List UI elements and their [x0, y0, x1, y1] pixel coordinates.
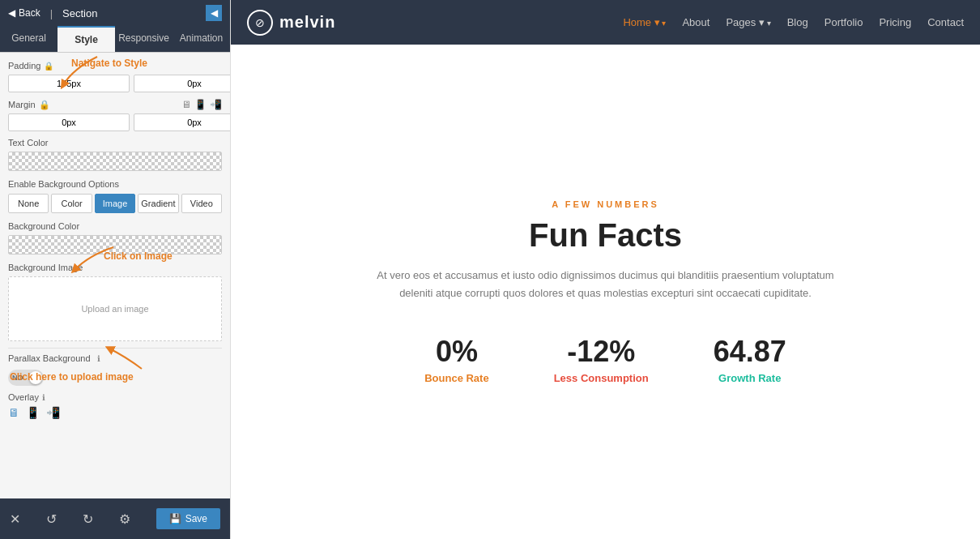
upload-area[interactable]: Upload an image	[8, 276, 222, 341]
desktop-icon[interactable]: 🖥	[181, 99, 191, 110]
bg-color-preview[interactable]	[8, 235, 222, 255]
nav-link-contact[interactable]: Contact	[927, 16, 964, 28]
back-button[interactable]: ◀ Back	[8, 7, 40, 19]
section-heading: Fun Facts	[529, 217, 682, 254]
stat-growth-rate: 64.87 Growth Rate	[714, 335, 786, 384]
mobile-icon[interactable]: 📲	[210, 99, 222, 110]
section-description: At vero eos et accusamus et iusto odio d…	[363, 267, 849, 302]
save-button[interactable]: 💾 Save	[156, 508, 220, 529]
bg-options-label: Enable Background Options	[8, 179, 222, 189]
close-icon[interactable]: ✕	[10, 511, 20, 527]
main-content: ⊘ melvin Home ▾ About Pages ▾ Blog Portf…	[231, 0, 980, 539]
overlay-label: Overlay ℹ	[8, 392, 222, 402]
parallax-row: Parallax Background ℹ	[8, 353, 222, 363]
tablet-device-icon[interactable]: 📱	[26, 406, 40, 419]
tab-general[interactable]: General	[0, 26, 58, 52]
save-label: Save	[185, 513, 207, 524]
section-subtitle: A FEW NUMBERS	[552, 199, 659, 209]
bg-none-button[interactable]: None	[8, 194, 49, 213]
margin-lock-icon: 🔒	[39, 100, 50, 110]
mobile-device-icon[interactable]: 📲	[46, 406, 60, 419]
parallax-toggle[interactable]: NO	[8, 370, 44, 386]
stat-value-2: 64.87	[714, 335, 786, 369]
save-disk-icon: 💾	[169, 513, 181, 524]
stat-value-1: -12%	[567, 335, 635, 369]
padding-inputs	[8, 75, 222, 92]
stat-bounce-rate: 0% Bounce Rate	[424, 335, 488, 384]
nav-logo: ⊘ melvin	[247, 10, 335, 36]
margin-inputs	[8, 113, 222, 131]
toggle-label: NO	[12, 374, 23, 382]
undo-icon[interactable]: ↺	[46, 511, 57, 527]
nav-links: Home ▾ About Pages ▾ Blog Portfolio Pric…	[623, 16, 964, 28]
page-section: A FEW NUMBERS Fun Facts At vero eos et a…	[231, 45, 980, 539]
bg-image-button[interactable]: Image	[95, 194, 135, 213]
nav-logo-icon: ⊘	[247, 10, 273, 36]
top-nav: ⊘ melvin Home ▾ About Pages ▾ Blog Portf…	[231, 0, 980, 45]
section-title: Section	[62, 7, 97, 19]
settings-icon[interactable]: ⚙	[119, 511, 130, 527]
back-label: Back	[19, 7, 40, 19]
tablet-icon[interactable]: 📱	[194, 99, 207, 110]
bg-gradient-button[interactable]: Gradient	[138, 194, 178, 213]
nav-link-portfolio[interactable]: Portfolio	[824, 16, 863, 28]
collapse-button[interactable]: ◀	[206, 5, 222, 21]
parallax-toggle-row: NO	[8, 370, 222, 386]
panel-body: Padding 🔒 Margin 🔒 🖥 📱 📲	[0, 53, 230, 498]
tab-animation[interactable]: Animation	[173, 26, 230, 52]
stat-label-0: Bounce Rate	[424, 372, 488, 384]
overlay-help-icon: ℹ	[42, 393, 45, 402]
text-color-preview[interactable]	[8, 152, 222, 171]
panel-toolbar: ✕ ↺ ↻ ⚙ 💾 Save	[0, 498, 230, 539]
bg-color-label: Background Color	[8, 221, 222, 231]
stats-row: 0% Bounce Rate -12% Less Consumption 64.…	[424, 335, 786, 384]
section-divider	[8, 348, 222, 349]
back-arrow-icon: ◀	[8, 7, 15, 19]
nav-logo-text: melvin	[279, 13, 335, 32]
stat-label-2: Growth Rate	[718, 372, 781, 384]
bg-color-button[interactable]: Color	[51, 194, 92, 213]
header-divider: |	[50, 7, 53, 19]
nav-link-home[interactable]: Home ▾	[623, 16, 666, 28]
redo-icon[interactable]: ↻	[83, 511, 93, 527]
text-color-label: Text Color	[8, 138, 222, 148]
tab-responsive[interactable]: Responsive	[115, 26, 173, 52]
upload-placeholder: Upload an image	[81, 304, 148, 314]
padding-right[interactable]	[134, 75, 230, 92]
stat-label-1: Less Consumption	[554, 372, 649, 384]
panel-tabs: General Style Responsive Animation	[0, 26, 230, 53]
nav-link-about[interactable]: About	[682, 16, 709, 28]
margin-top[interactable]	[8, 113, 130, 131]
bg-toggle-group: None Color Image Gradient Video	[8, 194, 222, 213]
panel-header: ◀ Back | Section ◀	[0, 0, 230, 26]
nav-link-pages[interactable]: Pages ▾	[726, 16, 770, 28]
lock-icon: 🔒	[44, 62, 53, 71]
stat-value-0: 0%	[436, 335, 478, 369]
bg-video-button[interactable]: Video	[181, 194, 222, 213]
margin-right[interactable]	[134, 113, 230, 131]
stat-less-consumption: -12% Less Consumption	[554, 335, 649, 384]
nav-link-blog[interactable]: Blog	[787, 16, 808, 28]
toggle-knob	[29, 371, 42, 384]
margin-row: Margin 🔒 🖥 📱 📲	[8, 99, 222, 110]
tab-style[interactable]: Style	[58, 26, 115, 52]
bg-image-label: Background Image	[8, 263, 222, 272]
parallax-help-icon: ℹ	[97, 354, 100, 363]
nav-link-pricing[interactable]: Pricing	[879, 16, 911, 28]
padding-top[interactable]	[8, 75, 130, 92]
desktop-device-icon[interactable]: 🖥	[8, 406, 19, 419]
overlay-device-icons: 🖥 📱 📲	[8, 406, 222, 419]
padding-label: Padding 🔒	[8, 61, 222, 71]
margin-label: Margin 🔒	[8, 100, 178, 110]
parallax-label: Parallax Background	[8, 353, 91, 363]
